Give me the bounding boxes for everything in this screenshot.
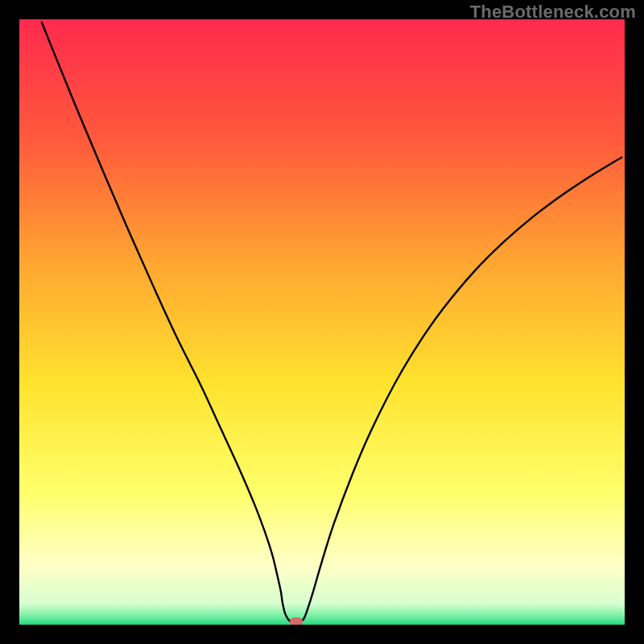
optimal-point-marker (290, 617, 303, 625)
watermark-text: TheBottleneck.com (470, 2, 636, 23)
plot-svg (19, 19, 625, 625)
gradient-background (19, 19, 625, 625)
plot-area (19, 19, 625, 625)
chart-frame: TheBottleneck.com (0, 0, 644, 644)
